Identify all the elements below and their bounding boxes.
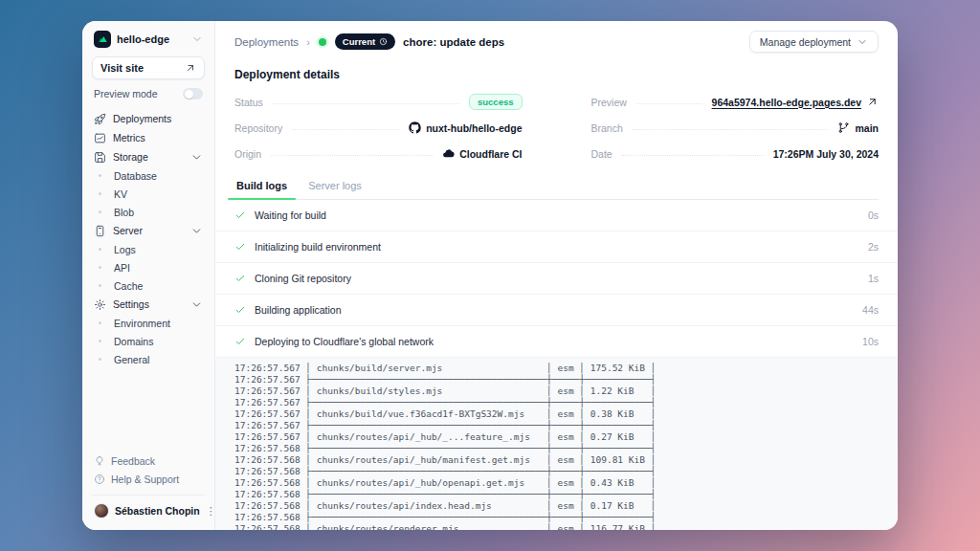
origin-value: Cloudflare CI bbox=[459, 148, 522, 160]
step-label: Initializing build environment bbox=[255, 241, 381, 253]
sidebar-item-label: Server bbox=[113, 225, 143, 236]
footer-link-label: Help & Support bbox=[111, 474, 179, 485]
detail-row-branch: Branch main bbox=[591, 115, 880, 141]
tab-server-logs[interactable]: Server logs bbox=[306, 176, 364, 199]
step-label-group: Deploying to Cloudflare's global network bbox=[234, 336, 434, 347]
tab-build-logs[interactable]: Build logs bbox=[234, 176, 289, 199]
build-step-cloning-git-repository[interactable]: Cloning Git repository1s bbox=[215, 263, 898, 295]
question-circle-icon bbox=[94, 474, 105, 485]
sidebar-item-label: General bbox=[114, 354, 149, 365]
check-icon bbox=[234, 304, 246, 316]
avatar bbox=[94, 503, 109, 518]
manage-deployment-button[interactable]: Manage deployment bbox=[749, 31, 879, 53]
git-branch-icon bbox=[837, 121, 850, 134]
sidebar-item-metrics[interactable]: Metrics bbox=[92, 128, 205, 147]
bullet-dot-icon bbox=[99, 321, 101, 324]
terminal-line: 17:26:57.568 ├──────────────────────────… bbox=[234, 466, 898, 477]
app-window: hello-edge Visit site Preview mode Deplo… bbox=[82, 21, 898, 530]
bullet-dot-icon bbox=[99, 358, 101, 361]
preview-mode-label: Preview mode bbox=[94, 88, 158, 99]
sidebar-item-blob[interactable]: Blob bbox=[92, 203, 205, 221]
bullet-dot-icon bbox=[99, 248, 101, 251]
repository-value: nuxt-hub/hello-edge bbox=[426, 122, 522, 134]
preview-mode-toggle[interactable] bbox=[183, 88, 203, 99]
step-label-group: Waiting for build bbox=[234, 209, 326, 221]
sidebar-item-label: Logs bbox=[114, 244, 136, 255]
footer-link-help-support[interactable]: Help & Support bbox=[92, 470, 205, 488]
current-badge-label: Current bbox=[343, 36, 375, 47]
dotted-leader bbox=[636, 103, 702, 104]
gear-icon bbox=[94, 298, 106, 311]
preview-mode-row: Preview mode bbox=[92, 79, 205, 106]
sidebar-item-environment[interactable]: Environment bbox=[92, 314, 205, 332]
sidebar-item-label: Metrics bbox=[113, 132, 145, 143]
sidebar: hello-edge Visit site Preview mode Deplo… bbox=[82, 21, 215, 530]
breadcrumb-deployments-link[interactable]: Deployments bbox=[234, 36, 299, 48]
chevron-down-icon bbox=[857, 36, 868, 48]
sidebar-item-kv[interactable]: KV bbox=[92, 185, 205, 203]
preview-url-link[interactable]: 964a5974.hello-edge.pages.dev bbox=[712, 97, 861, 108]
sidebar-nav: DeploymentsMetricsStorageDatabaseKVBlobS… bbox=[92, 109, 205, 368]
check-icon bbox=[234, 241, 246, 253]
workspace-name: hello-edge bbox=[117, 33, 186, 45]
step-duration: 2s bbox=[868, 241, 879, 253]
sidebar-item-cache[interactable]: Cache bbox=[92, 276, 205, 295]
bullet-dot-icon bbox=[99, 174, 101, 177]
sidebar-item-server[interactable]: Server bbox=[92, 221, 205, 240]
footer-link-label: Feedback bbox=[111, 455, 155, 467]
step-duration: 1s bbox=[868, 273, 879, 284]
step-duration: 0s bbox=[868, 209, 879, 221]
deployment-details-section: Deployment details Status success Previe… bbox=[215, 60, 898, 166]
sidebar-item-settings[interactable]: Settings bbox=[92, 295, 205, 314]
step-label: Building application bbox=[255, 304, 341, 316]
workspace-switcher[interactable]: hello-edge bbox=[92, 29, 205, 56]
detail-row-origin: Origin Cloudflare CI bbox=[234, 141, 523, 166]
build-step-initializing-build-environment[interactable]: Initializing build environment2s bbox=[215, 231, 898, 263]
arrow-up-right-icon bbox=[185, 62, 196, 74]
storage-disk-icon bbox=[94, 151, 106, 164]
user-menu[interactable]: Sébastien Chopin ⋮ bbox=[92, 495, 205, 520]
chevron-right-icon: › bbox=[306, 36, 310, 48]
detail-row-preview: Preview 964a5974.hello-edge.pages.dev bbox=[591, 89, 880, 115]
sidebar-item-label: Domains bbox=[114, 336, 153, 347]
sidebar-item-storage[interactable]: Storage bbox=[92, 147, 205, 166]
github-icon bbox=[409, 121, 421, 134]
check-icon bbox=[234, 336, 246, 347]
visit-site-button[interactable]: Visit site bbox=[92, 56, 205, 79]
chevron-down-icon bbox=[190, 298, 203, 311]
step-duration: 44s bbox=[862, 304, 879, 316]
check-icon bbox=[234, 209, 246, 221]
terminal-line: 17:26:57.568 │ chunks/routes/renderer.mj… bbox=[234, 523, 898, 530]
server-icon bbox=[94, 225, 106, 237]
sidebar-item-database[interactable]: Database bbox=[92, 166, 205, 185]
footer-link-feedback[interactable]: Feedback bbox=[92, 452, 205, 470]
nuxthub-logo-icon bbox=[94, 31, 111, 48]
terminal-line: 17:26:57.567 ├──────────────────────────… bbox=[234, 374, 898, 386]
sidebar-item-logs[interactable]: Logs bbox=[92, 240, 205, 258]
sidebar-item-deployments[interactable]: Deployments bbox=[92, 109, 205, 128]
build-step-deploying-to-cloudflare-s-global-network[interactable]: Deploying to Cloudflare's global network… bbox=[215, 326, 898, 358]
chevron-down-icon bbox=[190, 225, 203, 237]
bullet-dot-icon bbox=[99, 284, 101, 287]
sidebar-item-label: Cache bbox=[114, 280, 143, 292]
build-step-building-application[interactable]: Building application44s bbox=[215, 295, 898, 326]
bullet-dot-icon bbox=[99, 266, 101, 269]
sidebar-item-api[interactable]: API bbox=[92, 258, 205, 276]
detail-row-repository: Repository nuxt-hub/hello-edge bbox=[234, 115, 523, 141]
detail-row-date: Date 17:26PM July 30, 2024 bbox=[591, 141, 880, 166]
build-log-terminal: 17:26:57.567 │ chunks/build/server.mjs │… bbox=[215, 358, 898, 530]
sidebar-item-domains[interactable]: Domains bbox=[92, 332, 205, 350]
deployment-status-dot-icon bbox=[319, 38, 326, 46]
sidebar-item-general[interactable]: General bbox=[92, 350, 205, 368]
chevron-down-icon bbox=[190, 151, 203, 164]
build-step-waiting-for-build[interactable]: Waiting for build0s bbox=[215, 200, 898, 231]
sidebar-item-label: Environment bbox=[114, 318, 170, 329]
terminal-line: 17:26:57.568 │ chunks/routes/api/_hub/ma… bbox=[234, 454, 898, 466]
main-panel: Deployments › Current chore: update deps… bbox=[215, 21, 898, 530]
terminal-line: 17:26:57.567 ├──────────────────────────… bbox=[234, 420, 898, 431]
terminal-line: 17:26:57.568 ├──────────────────────────… bbox=[234, 443, 898, 454]
sidebar-item-label: Database bbox=[114, 170, 157, 182]
status-badge: success bbox=[469, 94, 523, 110]
terminal-line: 17:26:57.567 ├──────────────────────────… bbox=[234, 397, 898, 408]
origin-label: Origin bbox=[234, 148, 261, 160]
